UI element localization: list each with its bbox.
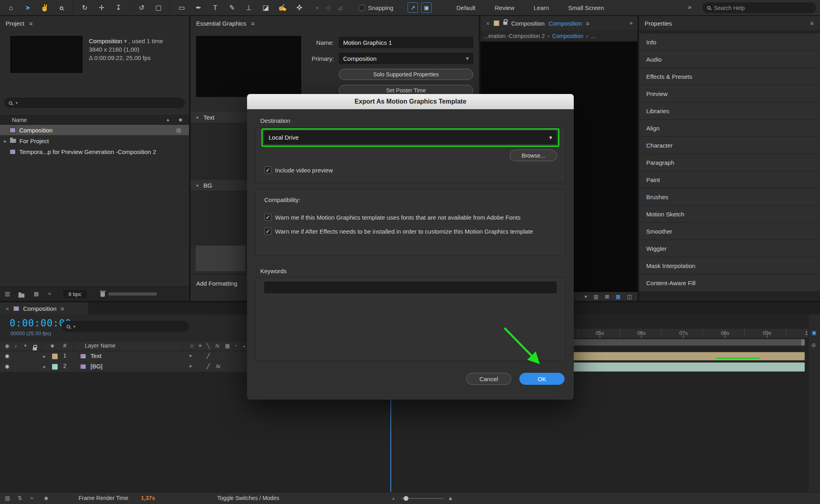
brush-tool-icon[interactable]: ✎	[227, 4, 237, 12]
viewer-tab-composition-active[interactable]: Composition	[549, 20, 582, 27]
snap-features-button[interactable]: ▣	[421, 2, 432, 13]
tool-option-icon-3[interactable]: ⊿	[337, 4, 342, 12]
layer-expand-icon[interactable]: ▸	[43, 353, 46, 359]
solo-supported-properties-button[interactable]: Solo Supported Properties	[339, 69, 473, 80]
zoom-tool-icon[interactable]	[56, 4, 67, 12]
tool-option-icon-2[interactable]: ⊹	[326, 4, 331, 12]
trash-icon[interactable]	[100, 292, 105, 297]
lock-column-icon[interactable]	[33, 347, 37, 350]
panel-tab-preview[interactable]: Preview	[639, 85, 820, 102]
panel-tab-paragraph[interactable]: Paragraph	[639, 154, 820, 171]
orbit-camera-tool-icon[interactable]: ↻	[79, 4, 90, 12]
selection-tool-icon[interactable]: ➤	[22, 4, 33, 12]
expand-panes-icon[interactable]: ▥	[5, 495, 10, 501]
layer-label-color[interactable]	[52, 364, 58, 370]
pen-tool-icon[interactable]: ✒	[193, 4, 204, 12]
comp-marker-button[interactable]: ▣	[812, 330, 816, 336]
audio-column-icon[interactable]: ♪	[14, 343, 17, 349]
project-row-temp-comp[interactable]: Tempora...p for Preview Generation -Comp…	[0, 146, 189, 157]
frame-blend-column-icon[interactable]: ▦	[225, 343, 230, 349]
guides-icon[interactable]: ◫	[627, 294, 632, 300]
layer-visibility-icon[interactable]: ◉	[5, 353, 9, 359]
project-row-for-project[interactable]: ▸ For Project	[0, 136, 189, 146]
snap-edges-button[interactable]: ↗	[408, 2, 418, 13]
lock-icon[interactable]	[503, 22, 507, 25]
template-name-input[interactable]: Motion Graphics 1	[339, 37, 473, 48]
new-composition-icon[interactable]: ▦	[34, 290, 39, 297]
caret-down-icon[interactable]: ▾	[124, 38, 127, 44]
collapse-chevron-icon[interactable]: ▾	[196, 115, 199, 120]
panel-tab-audio[interactable]: Audio	[639, 51, 820, 68]
layer-anchor-switch-icon[interactable]: ⌖	[189, 353, 192, 359]
project-column-header[interactable]: Name ▲ ◆	[0, 115, 189, 125]
type-tool-icon[interactable]: T	[210, 4, 221, 12]
layer-name[interactable]: [BG]	[90, 363, 102, 370]
keywords-input[interactable]	[264, 282, 557, 293]
workspace-overflow-icon[interactable]: »	[688, 4, 691, 11]
view-options-dropdown-icon[interactable]: ▾	[585, 294, 587, 300]
snapping-checkbox[interactable]	[359, 5, 365, 11]
add-formatting-button[interactable]: Add Formatting	[196, 280, 237, 287]
layer-anchor-switch-icon[interactable]: ⌖	[189, 363, 192, 370]
rotation-tool-icon[interactable]: ↺	[136, 4, 147, 12]
effects-column-icon[interactable]: fx	[215, 343, 219, 349]
dialog-title-bar[interactable]: Export As Motion Graphics Template	[247, 94, 574, 109]
cancel-button[interactable]: Cancel	[466, 373, 511, 385]
warn-fonts-checkbox[interactable]: ✓	[264, 214, 271, 221]
timeline-zoom-handle[interactable]	[404, 496, 408, 501]
panel-tab-motion-sketch[interactable]: Motion Sketch	[639, 206, 820, 223]
panel-tab-libraries[interactable]: Libraries	[639, 102, 820, 120]
layer-visibility-icon[interactable]: ◉	[5, 363, 9, 369]
timeline-tab-composition[interactable]: × Composition ≡	[0, 302, 88, 314]
project-search-input[interactable]: ▾	[4, 98, 185, 108]
pan-behind-tool-icon[interactable]: ✛	[96, 4, 107, 12]
new-folder-icon[interactable]	[18, 294, 24, 298]
panel-menu-icon[interactable]: ≡	[60, 305, 64, 312]
layer-label-color[interactable]	[52, 354, 58, 359]
panel-tab-info[interactable]: Info	[639, 34, 820, 51]
bit-depth-button[interactable]: 8 bpc	[63, 290, 86, 298]
layer-name-column[interactable]: Layer Name	[85, 342, 115, 349]
layer-quality-switch-icon[interactable]: ╱	[207, 353, 210, 359]
rectangle-tool-icon[interactable]: ▭	[176, 4, 187, 12]
panel-tab-character[interactable]: Character	[639, 137, 820, 154]
destination-select[interactable]: Local Drive ▾	[264, 131, 557, 144]
panel-tab-align[interactable]: Align	[639, 120, 820, 137]
close-tab-icon[interactable]: ×	[486, 20, 490, 27]
browse-button[interactable]: Browse...	[510, 150, 557, 161]
shy-column-icon[interactable]: ☺	[189, 343, 194, 349]
layer-fx-switch-icon[interactable]: fx	[216, 363, 220, 369]
work-area-end-handle[interactable]	[801, 339, 805, 346]
viewer-tab-composition[interactable]: Composition	[511, 20, 545, 27]
footage-icon[interactable]: ▥	[5, 290, 10, 297]
transparency-grid-icon[interactable]: ▦	[615, 294, 620, 300]
panel-menu-icon[interactable]: ≡	[586, 20, 590, 27]
panel-tab-smoother[interactable]: Smoother	[639, 223, 820, 240]
region-of-interest-icon[interactable]: ▢	[153, 4, 164, 12]
tool-option-icon-1[interactable]: ⌖	[316, 4, 319, 12]
panel-tab-brushes[interactable]: Brushes	[639, 188, 820, 206]
timeline-search-input[interactable]: ▾	[62, 321, 189, 332]
search-help-field[interactable]: Search Help	[702, 2, 816, 13]
workspace-tab-small-screen[interactable]: Small Screen	[568, 4, 604, 11]
project-row-composition[interactable]: Composition ▤	[0, 125, 189, 135]
comp-mini-flowchart-icon[interactable]: ✇	[812, 342, 816, 348]
grid-options-icon[interactable]: ▥	[593, 294, 598, 300]
snapping-control[interactable]: Snapping	[359, 0, 393, 16]
camera-tool-icon[interactable]: ↧	[113, 4, 124, 12]
tab-overflow-icon[interactable]: »	[629, 19, 633, 26]
wave-icon[interactable]: ≈	[30, 495, 34, 501]
panel-tab-content-aware-fill[interactable]: Content-Aware Fill	[639, 274, 820, 292]
panel-tab-paint[interactable]: Paint	[639, 171, 820, 188]
toggle-switches-modes-button[interactable]: Toggle Switches / Modes	[192, 495, 304, 501]
collapse-chevron-icon[interactable]: ▾	[196, 183, 199, 188]
layer-name[interactable]: Text	[90, 352, 102, 359]
render-status-icon[interactable]: ☻	[43, 495, 49, 501]
solo-column-icon[interactable]: ●	[24, 343, 27, 348]
panel-tab-wiggler[interactable]: Wiggler	[639, 240, 820, 257]
workspace-tab-learn[interactable]: Learn	[534, 4, 549, 11]
motion-blur-column-icon[interactable]: ◔	[234, 343, 237, 349]
horizontal-scrollbar[interactable]	[108, 292, 157, 296]
graph-editor-icon[interactable]: ⇅	[18, 495, 22, 501]
breadcrumb-current-comp[interactable]: Composition	[552, 33, 583, 39]
